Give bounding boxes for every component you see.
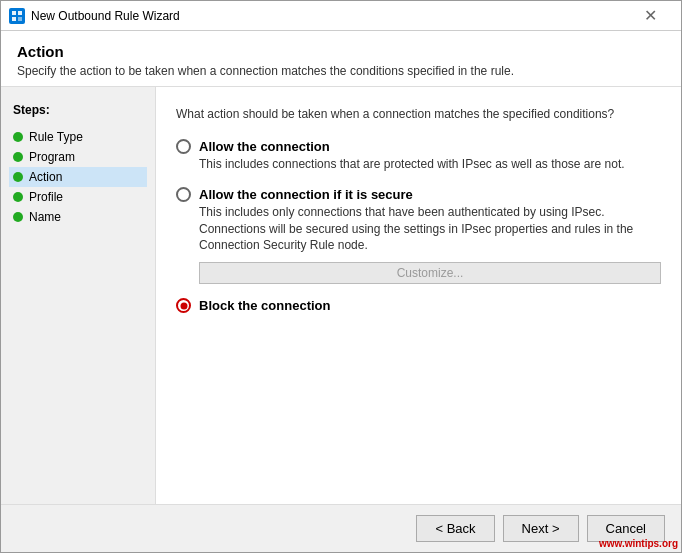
radio-allow[interactable] xyxy=(176,139,191,154)
sidebar-item-program[interactable]: Program xyxy=(9,147,147,167)
footer: < Back Next > Cancel xyxy=(1,504,681,552)
sidebar-item-rule-type[interactable]: Rule Type xyxy=(9,127,147,147)
option-allow-description: This includes connections that are prote… xyxy=(199,156,661,173)
option-block: Block the connection xyxy=(176,298,661,313)
next-button[interactable]: Next > xyxy=(503,515,579,542)
step-dot-program xyxy=(13,152,23,162)
customize-button[interactable]: Customize... xyxy=(199,262,661,284)
sidebar-item-action[interactable]: Action xyxy=(9,167,147,187)
sidebar-label-name: Name xyxy=(29,210,61,224)
step-dot-profile xyxy=(13,192,23,202)
page-title: Action xyxy=(17,43,665,60)
cancel-button[interactable]: Cancel xyxy=(587,515,665,542)
radio-allow-secure[interactable] xyxy=(176,187,191,202)
close-button[interactable]: ✕ xyxy=(627,1,673,31)
option-allow-row: Allow the connection xyxy=(176,139,661,154)
sidebar-label-rule-type: Rule Type xyxy=(29,130,83,144)
main-question: What action should be taken when a conne… xyxy=(176,107,661,121)
main-panel: What action should be taken when a conne… xyxy=(156,87,681,504)
svg-rect-2 xyxy=(12,17,16,21)
content-area: Steps: Rule Type Program Action Profile … xyxy=(1,87,681,504)
svg-rect-0 xyxy=(12,11,16,15)
sidebar-label-action: Action xyxy=(29,170,62,184)
svg-rect-1 xyxy=(18,11,22,15)
step-dot-name xyxy=(13,212,23,222)
radio-allow-label[interactable]: Allow the connection xyxy=(199,139,330,154)
sidebar-title: Steps: xyxy=(9,103,147,117)
sidebar-item-profile[interactable]: Profile xyxy=(9,187,147,207)
sidebar-item-name[interactable]: Name xyxy=(9,207,147,227)
step-dot-action xyxy=(13,172,23,182)
sidebar-label-profile: Profile xyxy=(29,190,63,204)
wizard-window: New Outbound Rule Wizard ✕ Action Specif… xyxy=(0,0,682,553)
option-allow-secure: Allow the connection if it is secure Thi… xyxy=(176,187,661,284)
svg-rect-3 xyxy=(18,17,22,21)
radio-block[interactable] xyxy=(176,298,191,313)
sidebar: Steps: Rule Type Program Action Profile … xyxy=(1,87,156,504)
option-allow: Allow the connection This includes conne… xyxy=(176,139,661,173)
page-header: Action Specify the action to be taken wh… xyxy=(1,31,681,87)
radio-group: Allow the connection This includes conne… xyxy=(176,139,661,313)
option-block-row: Block the connection xyxy=(176,298,661,313)
title-bar: New Outbound Rule Wizard ✕ xyxy=(1,1,681,31)
radio-block-label[interactable]: Block the connection xyxy=(199,298,330,313)
step-dot-rule-type xyxy=(13,132,23,142)
option-allow-secure-description: This includes only connections that have… xyxy=(199,204,661,254)
window-icon xyxy=(9,8,25,24)
option-allow-secure-row: Allow the connection if it is secure xyxy=(176,187,661,202)
window-title: New Outbound Rule Wizard xyxy=(31,9,627,23)
radio-allow-secure-label[interactable]: Allow the connection if it is secure xyxy=(199,187,413,202)
back-button[interactable]: < Back xyxy=(416,515,494,542)
sidebar-label-program: Program xyxy=(29,150,75,164)
page-subtitle: Specify the action to be taken when a co… xyxy=(17,64,665,78)
